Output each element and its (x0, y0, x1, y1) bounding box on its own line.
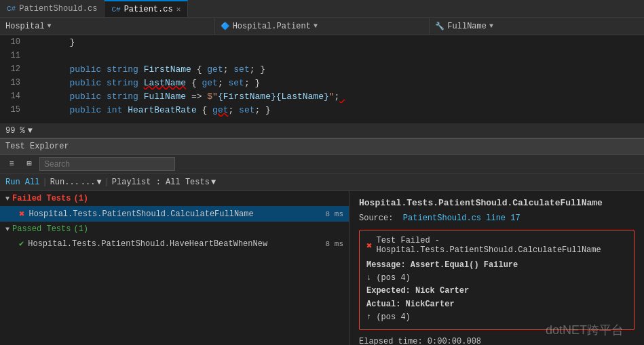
test-detail-panel: Hospital.Tests.PatientShould.CalculateFu… (349, 191, 644, 345)
class-arrow-icon: ▼ (314, 22, 318, 30)
line-content-13: public string LastName { get; set; } (27, 78, 260, 88)
tab-label: PatientShould.cs (19, 4, 97, 14)
detail-title: Hospital.Tests.PatientShould.CalculateFu… (359, 198, 634, 208)
tab-patient-should[interactable]: C# PatientShould.cs (0, 0, 105, 17)
tab-close-button[interactable]: ✕ (176, 5, 181, 14)
code-line-14: 14 public string FullName => $"{FirstNam… (0, 89, 644, 103)
detail-error-title: ✖ Test Failed - Hospital.Tests.PatientSh… (366, 236, 627, 255)
zoom-bar: 99 % ▼ (0, 123, 644, 138)
error-fail-icon: ✖ (366, 240, 372, 251)
tab-label-2: Patient.cs (124, 5, 173, 14)
line-num-10: 10 (0, 37, 27, 47)
class-value: Hospital.Patient (233, 22, 311, 31)
dropdown-bar: Hospital ▼ 🔷 Hospital.Patient ▼ 🔧 FullNa… (0, 18, 644, 35)
test-toolbar: ≡ ⊞ (0, 155, 644, 174)
passed-group-collapse-icon: ▼ (5, 226, 10, 233)
detail-error-box: ✖ Test Failed - Hospital.Tests.PatientSh… (359, 230, 634, 330)
test-list-view-button[interactable]: ≡ (4, 157, 19, 171)
playlist-arrow-icon: ▼ (211, 178, 216, 187)
line-content-10: } (27, 37, 75, 47)
test-explorer-header: Test Explorer (0, 138, 644, 155)
zoom-value: 99 % (5, 126, 25, 136)
run-arrow-icon: ... (81, 178, 96, 187)
code-line-12: 12 public string FirstName { get; set; } (0, 62, 644, 76)
line-content-14: public string FullName => $"{FirstName}{… (27, 92, 345, 102)
failed-tests-label: Failed Tests (12, 194, 71, 203)
pass-status-icon: ✔ (19, 239, 24, 249)
failed-group-collapse-icon: ▼ (5, 195, 10, 203)
line-num-11: 11 (0, 51, 27, 60)
detail-error-body: Message: Assert.Equal() Failure ↓ (pos 4… (366, 259, 627, 324)
member-value: FullName (447, 22, 487, 31)
playlist-button[interactable]: Playlist : All Tests ▼ (112, 178, 216, 187)
namespace-dropdown[interactable]: Hospital ▼ (0, 18, 215, 35)
passed-tests-label: Passed Tests (12, 224, 71, 234)
code-line-10: 10 } (0, 35, 644, 49)
failed-test-name: Hospital.Tests.PatientShould.CalculateFu… (29, 209, 253, 219)
error-label: Test Failed - Hospital.Tests.PatientShou… (376, 236, 627, 255)
code-line-13: 13 public string LastName { get; set; } (0, 76, 644, 89)
class-dropdown[interactable]: 🔷 Hospital.Patient ▼ (215, 18, 430, 35)
playlist-label: Playlist : All Tests (112, 178, 210, 187)
detail-elapsed: Elapsed time: 0:00:00.008 (359, 337, 634, 345)
separator-2: | (105, 178, 109, 187)
actual-label: Actual: NickCarter (366, 300, 455, 309)
run-dropdown-arrow: ▼ (96, 178, 101, 187)
expected-label: Expected: Nick Carter (366, 286, 469, 296)
cs-icon: C# (7, 5, 16, 13)
class-icon: 🔷 (221, 22, 230, 31)
message-label: Message: Assert.Equal() Failure (366, 260, 518, 270)
passed-test-duration: 8 ms (326, 240, 343, 248)
run-button[interactable]: Run...... ▼ (50, 178, 102, 187)
cs-icon-2: C# (111, 5, 120, 14)
tab-bar: C# PatientShould.cs C# Patient.cs ✕ (0, 0, 644, 18)
test-group-view-button[interactable]: ⊞ (22, 157, 37, 171)
line-num-15: 15 (0, 105, 27, 115)
fail-status-icon: ✖ (19, 208, 24, 220)
source-label: Source: (359, 214, 393, 223)
code-line-11: 11 (0, 49, 644, 62)
code-line-15: 15 public int HeartBeatRate { get; set; … (0, 103, 644, 117)
separator-1: | (42, 178, 47, 187)
pos-up: ↑ (pos 4) (366, 311, 627, 324)
failed-test-duration: 8 ms (326, 210, 343, 218)
detail-source: Source: PatientShould.cs line 17 (359, 214, 634, 223)
zoom-dropdown-icon[interactable]: ▼ (28, 126, 33, 136)
line-content-12: public string FirstName { get; set; } (27, 64, 265, 75)
failed-tests-group-header[interactable]: ▼ Failed Tests (1) (0, 191, 349, 206)
code-editor: 10 } 11 12 public string FirstName { get… (0, 35, 644, 123)
namespace-value: Hospital (5, 22, 45, 31)
member-arrow-icon: ▼ (489, 22, 493, 30)
line-num-12: 12 (0, 64, 27, 74)
line-num-13: 13 (0, 78, 27, 87)
namespace-arrow-icon: ▼ (48, 22, 52, 30)
test-list: ▼ Failed Tests (1) ✖ Hospital.Tests.Pati… (0, 191, 349, 345)
test-search-input[interactable] (39, 157, 175, 171)
member-dropdown[interactable]: 🔧 FullName ▼ (430, 18, 644, 35)
line-num-14: 14 (0, 92, 27, 101)
source-link[interactable]: PatientShould.cs line 17 (403, 214, 520, 223)
tab-patient[interactable]: C# Patient.cs ✕ (105, 0, 188, 17)
test-action-bar: Run All | Run...... ▼ | Playlist : All T… (0, 174, 644, 191)
run-label: Run... (50, 178, 79, 187)
passed-tests-count: (1) (73, 224, 88, 234)
passed-test-name: Hospital.Tests.PatientShould.HaveHeartBe… (28, 239, 267, 249)
failed-tests-count: (1) (73, 194, 88, 203)
passed-tests-group-header[interactable]: ▼ Passed Tests (1) (0, 222, 349, 237)
method-icon: 🔧 (435, 22, 444, 31)
line-content-15: public int HeartBeatRate { get; set; } (27, 105, 271, 115)
run-all-button[interactable]: Run All (5, 178, 39, 187)
failed-test-item-0[interactable]: ✖ Hospital.Tests.PatientShould.Calculate… (0, 206, 349, 222)
passed-test-item-0[interactable]: ✔ Hospital.Tests.PatientShould.HaveHeart… (0, 237, 349, 251)
test-explorer-title: Test Explorer (5, 142, 69, 151)
test-panel: ▼ Failed Tests (1) ✖ Hospital.Tests.Pati… (0, 191, 644, 345)
pos-down: ↓ (pos 4) (366, 272, 627, 285)
